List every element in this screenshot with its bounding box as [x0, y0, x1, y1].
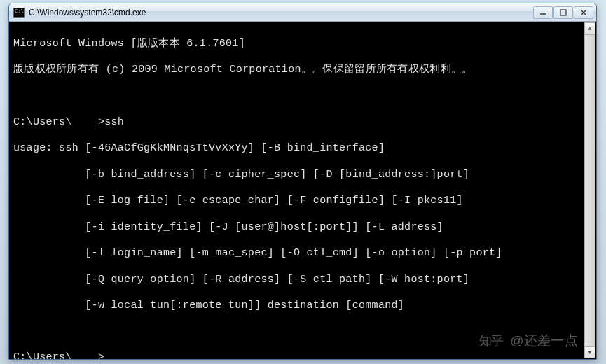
usage-line: [-w local_tun[:remote_tun]] destination … [13, 300, 592, 313]
redacted-username: ████ [72, 116, 98, 130]
redacted-username: ████ [72, 351, 98, 359]
terminal-output[interactable]: Microsoft Windows [版版本本 6.1.7601] 版版权权所所… [9, 22, 596, 359]
usage-line: [-E log_file] [-e escape_char] [-F confi… [13, 195, 592, 208]
cmd-window: C:\Windows\system32\cmd.exe Microsoft Wi… [8, 3, 597, 360]
blank-line [13, 326, 592, 339]
scroll-thumb[interactable] [584, 34, 595, 346]
minimize-button[interactable] [533, 6, 553, 19]
window-controls [533, 6, 593, 19]
window-title: C:\Windows\system32\cmd.exe [29, 8, 533, 18]
prompt-command: >ssh [98, 116, 124, 130]
usage-line: [-b bind_address] [-c cipher_spec] [-D [… [13, 169, 592, 182]
title-bar[interactable]: C:\Windows\system32\cmd.exe [9, 4, 596, 22]
usage-line: [-Q query_option] [-R address] [-S ctl_p… [13, 274, 592, 287]
prompt-path: C:\Users\ [13, 351, 72, 359]
close-button[interactable] [574, 6, 593, 19]
scroll-down-button[interactable]: ▼ [584, 346, 595, 358]
prompt-line-2: C:\Users\████> [13, 351, 592, 359]
version-line: Microsoft Windows [版版本本 6.1.7601] [13, 38, 592, 51]
scroll-track[interactable] [584, 34, 595, 346]
copyright-line: 版版权权所所有有 (c) 2009 Microsoft Corporation。… [13, 64, 592, 77]
vertical-scrollbar[interactable]: ▲ ▼ [584, 22, 595, 358]
usage-line: [-l login_name] [-m mac_spec] [-O ctl_cm… [13, 247, 592, 260]
maximize-button[interactable] [553, 6, 573, 19]
blank-line [13, 90, 592, 103]
scroll-up-button[interactable]: ▲ [584, 22, 595, 34]
prompt-path: C:\Users\ [13, 116, 72, 130]
usage-line: [-i identity_file] [-J [user@]host[:port… [13, 221, 592, 234]
svg-rect-1 [560, 10, 566, 15]
usage-line: usage: ssh [-46AaCfGgKkMNnqsTtVvXxYy] [-… [13, 142, 592, 155]
cmd-icon [13, 8, 25, 18]
prompt-cursor: > [98, 351, 104, 359]
prompt-line-1: C:\Users\████>ssh [13, 116, 592, 130]
